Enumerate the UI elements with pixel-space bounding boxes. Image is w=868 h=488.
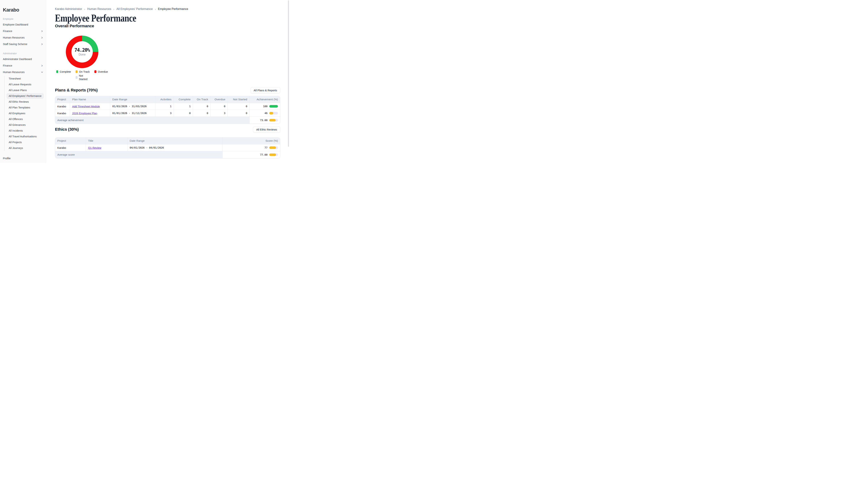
footer-average-cell: 73.00	[250, 117, 280, 124]
column-header-plan-name: Plan Name	[70, 96, 110, 103]
sidebar-item-human-resources[interactable]: Human Resources	[3, 69, 43, 75]
donut-center-label: Done	[79, 53, 86, 56]
achievement-cell: 100	[250, 103, 280, 110]
legend-item-overdue: Overdue	[94, 70, 108, 73]
sidebar-item-profile[interactable]: Profile	[3, 157, 11, 160]
legend-item-complete: Complete	[56, 70, 71, 73]
footer-average-cell: 77.00	[223, 151, 280, 158]
count-cell: 0	[193, 110, 211, 117]
sidebar-item-administrator-dashboard[interactable]: Administrator Dashboard	[3, 56, 43, 62]
all-plans-reports-button[interactable]: All Plans & Reports	[250, 87, 280, 93]
breadcrumb-separator-icon: ›	[84, 8, 85, 11]
chevron-down-icon	[41, 71, 43, 73]
achievement-bar	[269, 147, 278, 149]
footer-average-value: 73.00	[260, 119, 268, 122]
sidebar-subitem-all-ethic-reviews[interactable]: All Ethic Reviews	[6, 99, 31, 105]
page-title: Employee Performance	[55, 13, 235, 24]
footer-average-value: 77.00	[260, 153, 268, 156]
legend-swatch-icon	[75, 70, 78, 73]
ethics-table: ProjectTitleDate RangeScore (%)KaraboQ1 …	[55, 137, 280, 158]
sidebar-item-label: Human Resources	[3, 71, 25, 73]
sidebar-subitem-all-offences[interactable]: All Offences	[6, 116, 25, 122]
achievement-value: 100	[263, 105, 268, 108]
sidebar-subitem-all-employees[interactable]: All Employees	[6, 110, 28, 116]
sidebar-nav: EmployeeEmployee DashboardFinanceHuman R…	[3, 18, 43, 151]
count-cell: 0	[228, 103, 250, 110]
ethics-heading: Ethics (30%)	[55, 127, 79, 132]
count-cell: 3	[155, 110, 174, 117]
donut-chart: 74.20% Done	[66, 36, 98, 68]
sidebar-subitem-all-plan-templates[interactable]: All Plan Templates	[6, 105, 32, 110]
sidebar-item-label: Finance	[3, 64, 12, 67]
link-cell: Add Timesheet Module	[70, 103, 110, 110]
legend-item-on-track: On Track	[75, 70, 90, 73]
table-link-2026-employee-plan[interactable]: 2026 Employee Plan	[72, 112, 97, 115]
plans-heading: Plans & Reports (70%)	[55, 88, 98, 93]
sidebar-item-label: Administrator Dashboard	[3, 58, 32, 61]
project-cell: Karabo	[55, 110, 70, 117]
footer-label: Average score	[55, 151, 223, 158]
sidebar-subitem-all-leave-requests[interactable]: All Leave Requests	[6, 82, 33, 87]
achievement-cell: 77	[223, 144, 280, 151]
sidebar-item-employee-dashboard[interactable]: Employee Dashboard	[3, 21, 43, 28]
column-header-complete: Complete	[174, 96, 193, 103]
chevron-right-icon	[41, 43, 43, 45]
sidebar-subitem-all-employees-performance[interactable]: All Employees' Performance	[6, 93, 44, 99]
all-ethic-reviews-button[interactable]: All Ethic Reviews	[253, 126, 280, 133]
sidebar-item-human-resources[interactable]: Human Resources	[3, 34, 43, 41]
sidebar-section-label-employee: Employee	[3, 18, 43, 20]
sidebar-subitem-all-incidents[interactable]: All Incidents	[6, 128, 25, 134]
sidebar-item-finance[interactable]: Finance	[3, 62, 43, 69]
sidebar: Karabo EmployeeEmployee DashboardFinance…	[0, 0, 46, 163]
breadcrumb-link-human-resources[interactable]: Human Resources	[87, 7, 111, 11]
legend-label: Not Started	[79, 74, 89, 81]
breadcrumb-current: Employee Performance	[158, 7, 188, 11]
sidebar-subitem-timesheet[interactable]: Timesheet	[6, 76, 23, 82]
breadcrumb-separator-icon: ›	[155, 8, 156, 11]
sidebar-subitem-all-grievances[interactable]: All Grievances	[6, 122, 28, 128]
link-cell: Q1 Review	[86, 144, 127, 151]
table-link-add-timesheet-module[interactable]: Add Timesheet Module	[72, 105, 100, 108]
breadcrumb: Karabo Administrator›Human Resources›All…	[55, 7, 280, 11]
column-header-activities: Activities	[155, 96, 174, 103]
date-range-cell: 01/03/2026 - 31/03/2026	[110, 103, 155, 110]
breadcrumb-link-all-employees-performance[interactable]: All Employees' Performance	[117, 7, 153, 11]
legend-label: Overdue	[98, 70, 108, 73]
link-cell: 2026 Employee Plan	[70, 110, 110, 117]
achievement-value: 46	[265, 112, 268, 115]
page-scrollbar[interactable]	[288, 0, 289, 147]
achievement-bar	[269, 105, 278, 107]
column-header-date-range: Date Range	[127, 137, 223, 144]
column-header-overdue: Overdue	[211, 96, 228, 103]
achievement-cell: 46	[250, 110, 280, 117]
sidebar-subitem-all-journeys[interactable]: All Journeys	[6, 145, 25, 151]
legend-label: On Track	[79, 70, 90, 73]
table-header-row: ProjectPlan NameDate RangeActivitiesComp…	[55, 96, 280, 103]
sidebar-subitem-all-projects[interactable]: All Projects	[6, 139, 24, 145]
sidebar-item-staff-saving-scheme[interactable]: Staff Saving Scheme	[3, 41, 43, 47]
overall-performance-heading: Overall Performance	[55, 24, 280, 28]
footer-label: Average achievement	[55, 117, 250, 124]
sidebar-subitem-all-travel-authorisations[interactable]: All Travel Authorisations	[6, 134, 39, 139]
count-cell: 1	[155, 103, 174, 110]
column-header-title: Title	[86, 137, 127, 144]
count-cell: 0	[211, 103, 228, 110]
sidebar-subitem-all-leave-plans[interactable]: All Leave Plans	[6, 87, 29, 93]
column-header-date-range: Date Range	[110, 96, 155, 103]
column-header-not-started: Not Started	[228, 96, 250, 103]
sidebar-item-label: Human Resources	[3, 36, 25, 39]
chevron-right-icon	[41, 65, 43, 67]
sidebar-item-label: Employee Dashboard	[3, 23, 28, 26]
table-header-row: ProjectTitleDate RangeScore (%)	[55, 137, 280, 144]
count-cell: 1	[174, 103, 193, 110]
table-link-q1-review[interactable]: Q1 Review	[88, 146, 101, 149]
date-range-cell: 01/01/2026 - 31/12/2026	[110, 110, 155, 117]
legend-swatch-icon	[94, 70, 96, 73]
sidebar-item-finance[interactable]: Finance	[3, 28, 43, 34]
count-cell: 0	[228, 110, 250, 117]
chart-legend: CompleteOn TrackOverdueNot Started	[55, 70, 109, 81]
chevron-right-icon	[41, 30, 43, 32]
project-cell: Karabo	[55, 144, 86, 151]
sidebar-item-label: Finance	[3, 30, 12, 33]
breadcrumb-link-karabo-administrator[interactable]: Karabo Administrator	[55, 7, 82, 11]
